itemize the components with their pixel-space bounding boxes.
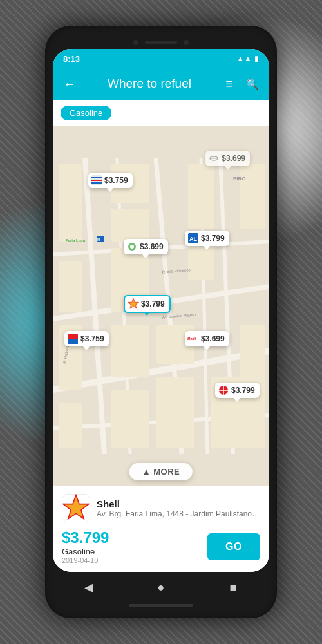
pin-logo-chevron bbox=[67, 333, 79, 345]
svg-text:Faria Lima: Faria Lima bbox=[66, 238, 86, 242]
front-camera bbox=[133, 40, 138, 45]
filter-bar: Gasoline bbox=[53, 100, 269, 126]
front-sensor bbox=[184, 40, 189, 45]
price-pin-3[interactable]: $3.699 bbox=[124, 239, 168, 254]
svg-text:AL: AL bbox=[189, 236, 197, 242]
price-pin-1[interactable]: $3.759 bbox=[88, 173, 133, 188]
fuel-date: 2019-04-10 bbox=[62, 556, 109, 564]
price-pin-2[interactable]: $3.699 bbox=[205, 151, 250, 166]
price-pin-4[interactable]: AL $3.799 bbox=[185, 231, 229, 246]
nav-home-button[interactable]: ● bbox=[151, 577, 171, 598]
status-icons: ▲▲ ▮ bbox=[236, 54, 259, 63]
map-container[interactable]: R. Padre Carvalho Av. Eusébio Matoso R. … bbox=[53, 126, 269, 486]
price-pin-6[interactable]: $3.759 bbox=[64, 331, 109, 346]
pin-price-5: $3.799 bbox=[141, 299, 165, 308]
pin-price-3: $3.699 bbox=[140, 242, 164, 251]
pin-price-1: $3.759 bbox=[104, 176, 128, 185]
status-time: 8:13 bbox=[63, 54, 80, 64]
pin-price-2: $3.699 bbox=[222, 154, 245, 163]
status-bar: 8:13 ▲▲ ▮ bbox=[53, 49, 269, 67]
svg-marker-43 bbox=[128, 298, 139, 308]
pin-logo-4: AL bbox=[187, 232, 199, 244]
signal-icon: ▲▲ bbox=[236, 54, 252, 63]
price-pin-8[interactable]: $3.799 bbox=[215, 383, 260, 398]
nav-back-button[interactable]: ◀ bbox=[79, 577, 99, 598]
svg-text:EIRO: EIRO bbox=[233, 176, 246, 182]
svg-rect-19 bbox=[111, 325, 149, 377]
station-name: Shell bbox=[97, 498, 260, 509]
pin-logo-shell bbox=[128, 298, 139, 310]
svg-text:Mobil: Mobil bbox=[187, 337, 196, 341]
svg-rect-45 bbox=[68, 339, 78, 344]
bottom-card: Shell Av. Brg. Faria Lima, 1448 - Jardim… bbox=[53, 486, 269, 572]
station-logo bbox=[62, 494, 90, 522]
svg-rect-10 bbox=[59, 164, 82, 242]
price-info: $3.799 Gasoline 2019-04-10 bbox=[62, 529, 109, 564]
svg-rect-23 bbox=[111, 390, 149, 448]
phone-frame: 8:13 ▲▲ ▮ ← Where to refuel ≡ 🔍 Gasoline bbox=[45, 26, 277, 618]
pin-logo-mobil: Mobil bbox=[187, 333, 199, 345]
search-button[interactable]: 🔍 bbox=[245, 78, 260, 90]
back-button[interactable]: ← bbox=[62, 77, 77, 91]
phone-bottom bbox=[53, 600, 269, 609]
pin-price-8: $3.799 bbox=[231, 386, 255, 395]
home-bar bbox=[129, 604, 193, 607]
svg-rect-24 bbox=[156, 377, 194, 448]
svg-point-40 bbox=[130, 245, 134, 249]
gasoline-chip[interactable]: Gasoline bbox=[61, 106, 111, 120]
station-info: Shell Av. Brg. Faria Lima, 1448 - Jardim… bbox=[62, 494, 260, 522]
phone-top bbox=[53, 37, 269, 49]
pin-logo-1 bbox=[91, 175, 102, 186]
app-bar: ← Where to refuel ≡ 🔍 bbox=[53, 67, 269, 100]
pin-logo-texaco bbox=[218, 384, 229, 396]
svg-marker-50 bbox=[63, 495, 88, 519]
price-pin-7[interactable]: Mobil $3.699 bbox=[185, 331, 229, 346]
svg-rect-22 bbox=[59, 402, 82, 448]
battery-icon: ▮ bbox=[254, 54, 259, 63]
phone-screen: 8:13 ▲▲ ▮ ← Where to refuel ≡ 🔍 Gasoline bbox=[53, 49, 269, 572]
nav-bar: ◀ ● ■ bbox=[53, 572, 269, 600]
svg-rect-12 bbox=[111, 209, 149, 242]
station-details: Shell Av. Brg. Faria Lima, 1448 - Jardim… bbox=[97, 498, 260, 518]
svg-rect-15 bbox=[188, 164, 214, 229]
svg-rect-21 bbox=[240, 325, 265, 377]
shell-logo-svg bbox=[62, 494, 90, 522]
station-address: Av. Brg. Faria Lima, 1448 - Jardim Pauli… bbox=[97, 509, 260, 518]
price-row: $3.799 Gasoline 2019-04-10 GO bbox=[62, 529, 260, 564]
nav-recent-button[interactable]: ■ bbox=[223, 577, 243, 598]
pin-logo-3 bbox=[126, 241, 138, 252]
price-value: $3.799 bbox=[62, 529, 109, 547]
more-button[interactable]: ▲ MORE bbox=[129, 463, 193, 480]
pin-price-7: $3.699 bbox=[201, 334, 225, 343]
phone-speaker bbox=[145, 41, 177, 44]
svg-rect-13 bbox=[59, 261, 82, 312]
pin-price-6: $3.759 bbox=[80, 334, 104, 343]
more-button-label: ▲ MORE bbox=[142, 467, 180, 477]
price-pin-5[interactable]: $3.799 bbox=[124, 295, 171, 313]
page-title: Where to refuel bbox=[85, 77, 214, 91]
svg-rect-17 bbox=[240, 164, 265, 229]
go-button[interactable]: GO bbox=[207, 533, 260, 560]
pin-price-4: $3.799 bbox=[201, 234, 225, 243]
filter-button[interactable]: ≡ bbox=[222, 77, 237, 91]
fuel-type: Gasoline bbox=[62, 547, 109, 556]
pin-logo-2 bbox=[208, 153, 220, 164]
svg-text:M: M bbox=[97, 238, 100, 242]
